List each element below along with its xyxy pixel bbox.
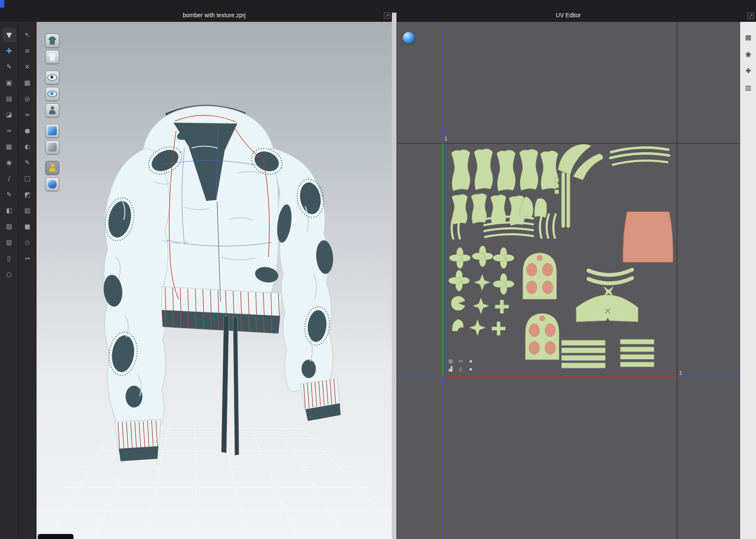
- uv-tile-label-top: 1: [444, 135, 447, 142]
- material-gray-toggle[interactable]: [45, 140, 59, 154]
- trousers-tool[interactable]: ▯: [2, 251, 16, 266]
- move-uv-garment-icon[interactable]: ✚: [743, 65, 754, 76]
- uv-stripe-bars[interactable]: [562, 339, 654, 368]
- uv-editor-toolbar: ▦ ◉ ✚ ▥: [740, 22, 756, 539]
- garment-snapshot-icon[interactable]: ◉: [743, 48, 754, 60]
- avatar-uv-icon[interactable]: ▯: [456, 365, 466, 373]
- orbit-gizmo-sphere[interactable]: [403, 32, 415, 44]
- avatar-tool[interactable]: ○: [2, 267, 16, 281]
- bomber-jacket[interactable]: [102, 105, 341, 461]
- left-toolbar-secondary: ↖ ≡ ✕ ▩ ◎ ≈ ●: [18, 22, 37, 539]
- globe-tool[interactable]: ●: [20, 124, 34, 138]
- uv-piece-back-panel: [623, 212, 673, 262]
- show-paint-eye-toggle[interactable]: [45, 87, 59, 101]
- chart-icon[interactable]: ▟: [446, 365, 456, 373]
- floor-grid: [37, 423, 392, 539]
- scissors-tool[interactable]: ✕: [20, 60, 34, 74]
- pair-uv-icon[interactable]: ▪: [466, 365, 476, 373]
- pin-tool[interactable]: ◉: [2, 155, 16, 170]
- solid-swatch-tool[interactable]: ■: [20, 219, 34, 234]
- dots-view-icon[interactable]: ▪: [466, 357, 476, 365]
- show-garment-thin-toggle[interactable]: [45, 50, 59, 64]
- curve-tool[interactable]: ≈: [2, 124, 16, 138]
- 3d-viewport[interactable]: [37, 22, 392, 539]
- pencil-tool[interactable]: ✎: [20, 155, 34, 170]
- garment-3d-render[interactable]: [37, 22, 392, 539]
- mannequin-tool[interactable]: ◇: [20, 235, 34, 250]
- window-corner-accent: [0, 0, 4, 8]
- left-panel-title: bomber with texture.zprj: [37, 0, 392, 22]
- edit-pattern-tool[interactable]: ✎: [2, 60, 16, 74]
- uv-lattice-pieces[interactable]: [523, 253, 559, 360]
- viewport-bottom-notch: [38, 534, 74, 539]
- left-toolbar-primary: ▼ ✚ ✎ ▣ ▤ ◪ ≈: [0, 22, 18, 539]
- world-globe-toggle[interactable]: [45, 177, 59, 191]
- transform-tool[interactable]: ↔: [20, 251, 34, 266]
- fold-arrangement-tool[interactable]: ◪: [2, 108, 16, 122]
- tape-measure-tool[interactable]: ≡: [20, 44, 34, 58]
- stripes-view-icon[interactable]: ▥: [446, 357, 456, 365]
- flat-view-icon[interactable]: ▭: [456, 357, 466, 365]
- texture-image-tool[interactable]: ▤: [2, 92, 16, 106]
- titlebar: bomber with texture.zprj UV Editor ↗ ↗: [0, 0, 756, 22]
- shirt-front-tool[interactable]: ▥: [2, 235, 16, 250]
- avatar-skin-toggle[interactable]: [45, 161, 59, 175]
- uv-petal-cluster[interactable]: [449, 246, 514, 336]
- uv-mini-toolbar: ▥ ▭ ▪ ▟ ▯ ▪: [446, 357, 480, 373]
- sphere-grid-tool[interactable]: ◎: [20, 92, 34, 106]
- move-tool[interactable]: ✚: [2, 44, 16, 58]
- fabric-tool[interactable]: ▨: [2, 219, 16, 234]
- material-blue-toggle[interactable]: [45, 124, 59, 138]
- garment-tool[interactable]: ▣: [2, 76, 16, 90]
- show-garment-thick-toggle[interactable]: [45, 34, 59, 47]
- uv-editor-canvas[interactable]: 1 1: [396, 22, 740, 539]
- popout-left-panel-icon[interactable]: ↗: [384, 13, 390, 19]
- sketch-tool[interactable]: ✎: [2, 187, 16, 202]
- layout-window-tool[interactable]: ◩: [20, 187, 34, 202]
- garment-pair-icon[interactable]: ▥: [743, 82, 754, 93]
- popout-uv-editor-icon[interactable]: ↗: [748, 13, 754, 19]
- tool-menu-arrow[interactable]: ▼: [2, 28, 16, 42]
- right-panel-title: UV Editor: [396, 0, 740, 22]
- uv-tile-label-bottom: 1: [679, 370, 682, 376]
- frame-tool[interactable]: □: [20, 171, 34, 186]
- shirt-pair-tool[interactable]: ▥: [20, 203, 34, 218]
- clo3d-app-window: bomber with texture.zprj UV Editor ↗ ↗ ▼…: [0, 0, 756, 539]
- uv-pattern-pieces[interactable]: [449, 144, 673, 368]
- select-cursor-tool[interactable]: ↖: [20, 28, 34, 42]
- lock-tool[interactable]: ◐: [20, 139, 34, 154]
- panel-divider[interactable]: [392, 13, 396, 539]
- uv-snapshot-icon[interactable]: ▦: [743, 31, 754, 43]
- colorway-tool[interactable]: ▦: [2, 139, 16, 154]
- needle-tool[interactable]: ∕: [2, 171, 16, 186]
- steam-tool[interactable]: ≈: [20, 108, 34, 122]
- uv-pattern-layout[interactable]: 1 1: [397, 22, 740, 539]
- checkerboard-tool[interactable]: ▩: [20, 76, 34, 90]
- show-garment-eye-toggle[interactable]: [45, 71, 59, 84]
- flatten-tool[interactable]: ◧: [2, 203, 16, 218]
- viewport-toggle-strip: [45, 31, 59, 191]
- show-avatar-toggle[interactable]: [45, 103, 59, 117]
